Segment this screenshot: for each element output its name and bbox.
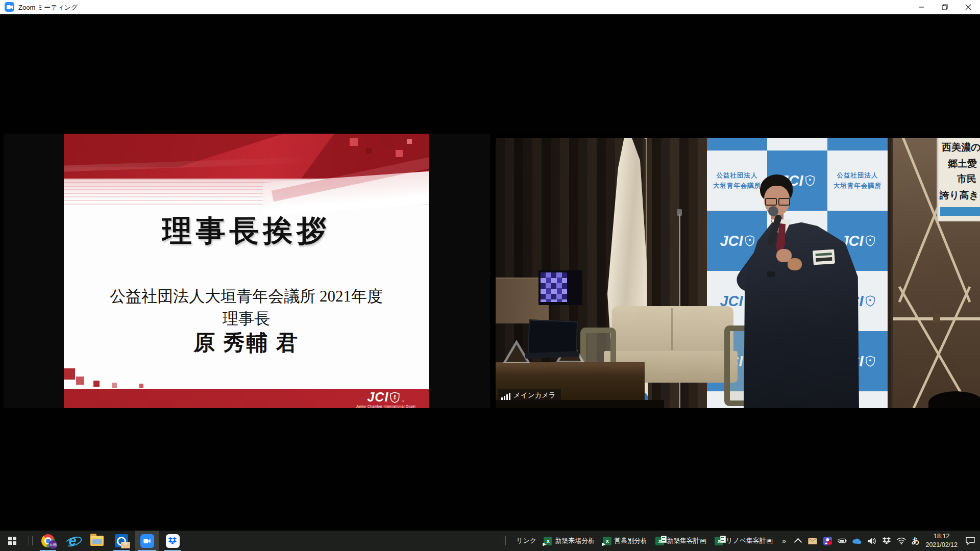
excel-icon: x xyxy=(544,537,552,545)
link-label: 営業別分析 xyxy=(614,536,647,545)
taskbar-chrome-button[interactable]: 大地 xyxy=(37,531,59,551)
slide-speaker-name: 原 秀輔 君 xyxy=(64,329,429,357)
show-hidden-icons-chevron[interactable] xyxy=(794,538,802,546)
link-label: 新築集客計画 xyxy=(667,536,706,545)
camera-name-label: メインカメラ xyxy=(498,389,561,403)
link-shortcut[interactable]: x 新築来場分析 xyxy=(544,536,595,545)
jci-shield-icon xyxy=(866,295,875,307)
dropbox-tray-icon[interactable] xyxy=(882,536,891,546)
toolbar-grip[interactable] xyxy=(502,536,506,545)
slide-role: 理事長 xyxy=(64,308,429,330)
outlook-icon xyxy=(115,534,128,547)
signal-bars-icon xyxy=(501,393,510,400)
excel-icon: x xyxy=(603,537,611,545)
link-shortcut[interactable]: x リノベ集客計画 xyxy=(715,536,773,545)
presentation-slide: 理事長挨拶 公益社団法人大垣青年会議所 2021年度 理事長 原 秀輔 君 JC… xyxy=(64,134,429,408)
slide-org-year: 公益社団法人大垣青年会議所 2021年度 xyxy=(64,286,429,307)
minimize-icon xyxy=(918,4,924,10)
clock-date: 2021/02/12 xyxy=(925,541,958,549)
wrist-watch xyxy=(767,271,775,277)
close-button[interactable] xyxy=(957,0,980,14)
poster-line: 西美濃の xyxy=(942,141,980,154)
excel-icon: x xyxy=(715,537,723,545)
links-overflow-chevron[interactable]: » xyxy=(782,537,786,545)
taskbar-zoom-button-active[interactable] xyxy=(135,531,159,551)
taskbar-outlook-button[interactable] xyxy=(110,531,133,551)
chrome-icon: 大地 xyxy=(41,534,55,547)
banner-pixel xyxy=(381,136,391,146)
wifi-tray-icon[interactable] xyxy=(897,536,906,546)
speaker-name-badge xyxy=(813,249,835,265)
clock-time: 18:12 xyxy=(934,532,949,541)
onedrive-tray-icon[interactable] xyxy=(852,536,862,546)
camera-icon xyxy=(7,5,13,10)
screen: Zoom ミーティング xyxy=(0,0,980,551)
action-center-icon[interactable] xyxy=(965,536,976,546)
chrome-profile-badge: 大地 xyxy=(48,540,57,549)
link-label: リノベ集客計画 xyxy=(726,536,773,545)
banner-pixel xyxy=(366,148,372,154)
jci-shield-icon xyxy=(866,235,875,246)
minimize-button[interactable] xyxy=(910,0,933,14)
notification-dot xyxy=(827,540,832,545)
close-icon xyxy=(965,4,971,10)
banner-pixel xyxy=(350,138,358,146)
ime-indicator[interactable]: あ xyxy=(912,536,919,546)
restore-button[interactable] xyxy=(933,0,957,14)
zoom-icon xyxy=(140,534,154,548)
slide-footer: JCI ™ Junior Chamber International Ogaki xyxy=(64,389,429,408)
speaker-suit xyxy=(744,220,859,408)
side-monitor xyxy=(538,270,582,305)
jci-shield-icon xyxy=(390,392,400,403)
mosaic-block xyxy=(112,383,117,388)
poster-line: 郷土愛 xyxy=(948,157,977,170)
camera-name-text: メインカメラ xyxy=(513,391,556,400)
jci-logo-subtext: Junior Chamber International Ogaki xyxy=(356,405,415,408)
links-toolbar-label: リンク xyxy=(516,536,536,545)
windows-logo-icon xyxy=(8,537,16,545)
mosaic-block xyxy=(76,377,84,385)
taskbar-dropbox-button[interactable] xyxy=(161,531,184,551)
glasses-icon xyxy=(765,198,790,205)
video-tile-slide[interactable]: 理事長挨拶 公益社団法人大垣青年会議所 2021年度 理事長 原 秀輔 君 JC… xyxy=(4,134,490,408)
jci-logo: JCI ™ Junior Chamber International Ogaki xyxy=(356,390,415,408)
backdrop-jci-text: JCI xyxy=(720,233,743,249)
mosaic-block xyxy=(93,381,100,387)
video-top-edge xyxy=(496,134,980,138)
jci-trademark: ™ xyxy=(401,400,404,403)
slide-title: 理事長挨拶 xyxy=(64,211,429,251)
poster-line: 市民 xyxy=(957,172,976,186)
excel-icon: x xyxy=(655,537,664,545)
taskbar-ie-button[interactable]: e xyxy=(61,531,84,551)
banner-pixel xyxy=(396,150,403,157)
mosaic-block xyxy=(139,384,143,388)
poster-blue-band xyxy=(940,207,980,216)
microphone-head xyxy=(768,206,778,216)
monitor-screen xyxy=(541,272,567,302)
mail-tray-icon[interactable] xyxy=(808,536,817,546)
start-button[interactable] xyxy=(0,531,24,551)
flipchart-poster: 西美濃の 郷土愛 市民 誇り高き xyxy=(937,136,980,221)
toolbar-grip[interactable] xyxy=(29,536,33,545)
internet-explorer-icon: e xyxy=(65,534,80,548)
volume-tray-icon[interactable] xyxy=(867,536,876,546)
mosaic-block xyxy=(64,368,75,380)
file-explorer-icon xyxy=(90,536,104,546)
video-tile-camera[interactable]: JCI 公益社団法人大垣青年会議所 JCI 公益社団法人大垣青年会議所 JCI … xyxy=(496,134,980,408)
jci-shield-icon xyxy=(866,356,875,367)
speaker-person xyxy=(743,174,865,408)
link-shortcut[interactable]: x 営業別分析 xyxy=(603,536,647,545)
window-title: Zoom ミーティング xyxy=(18,3,78,12)
banner-pixel xyxy=(407,139,412,144)
taskbar: 大地 e xyxy=(0,531,980,551)
link-shortcut[interactable]: x 新築集客計画 xyxy=(655,536,706,545)
restore-icon xyxy=(942,4,948,10)
jci-logo-text: JCI xyxy=(367,390,388,405)
battery-tray-icon[interactable] xyxy=(838,536,847,546)
zoom-app-icon xyxy=(5,2,14,12)
taskbar-clock[interactable]: 18:12 2021/02/12 xyxy=(925,532,958,549)
taskbar-explorer-button[interactable] xyxy=(86,531,108,551)
couch-seam xyxy=(671,308,673,350)
link-label: 新築来場分析 xyxy=(555,536,595,545)
teams-tray-icon[interactable] xyxy=(823,536,832,546)
